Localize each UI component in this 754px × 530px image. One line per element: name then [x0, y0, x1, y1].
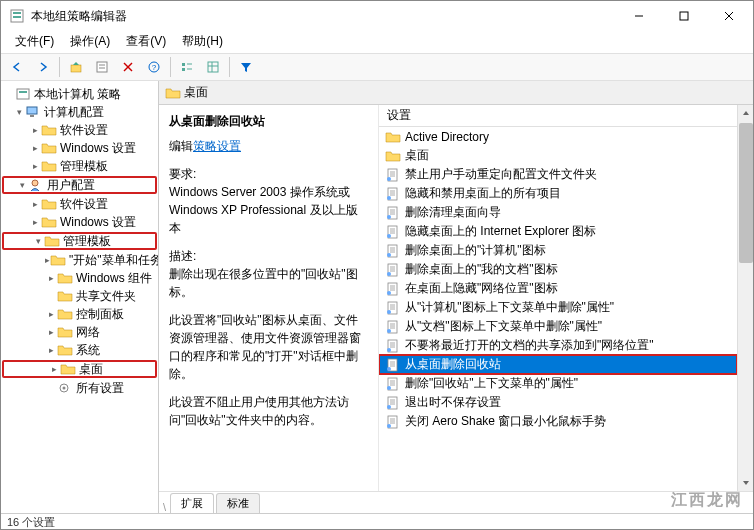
menu-help[interactable]: 帮助(H) — [174, 31, 231, 53]
tree-network[interactable]: ▸网络 — [1, 323, 158, 341]
folder-icon — [41, 215, 57, 229]
properties-button[interactable] — [90, 56, 114, 78]
expand-icon[interactable]: ▸ — [48, 364, 60, 374]
policy-icon — [15, 87, 31, 101]
status-count: 16 个设置 — [7, 516, 55, 528]
detail-title: 桌面 — [184, 84, 208, 101]
tree-shared-folders[interactable]: 共享文件夹 — [1, 287, 158, 305]
settings-column-header[interactable]: 设置 — [379, 105, 737, 127]
setting-label: 禁止用户手动重定向配置文件文件夹 — [405, 166, 597, 183]
expand-icon[interactable]: ▸ — [29, 217, 41, 227]
vertical-scrollbar[interactable] — [737, 105, 753, 491]
setting-row[interactable]: 隐藏桌面上的 Internet Explorer 图标 — [379, 222, 737, 241]
maximize-button[interactable] — [661, 2, 706, 30]
folder-icon — [165, 86, 181, 100]
setting-label: 删除桌面上的"我的文档"图标 — [405, 261, 558, 278]
setting-row[interactable]: 删除桌面上的"我的文档"图标 — [379, 260, 737, 279]
setting-label: 关闭 Aero Shake 窗口最小化鼠标手势 — [405, 413, 606, 430]
expand-icon[interactable]: ▸ — [45, 345, 57, 355]
separator — [229, 57, 230, 77]
expand-icon[interactable]: ▸ — [45, 309, 57, 319]
collapse-icon[interactable]: ▾ — [16, 180, 28, 190]
tree-uc-windows[interactable]: ▸Windows 设置 — [1, 213, 158, 231]
expand-icon[interactable]: ▸ — [29, 143, 41, 153]
menu-action[interactable]: 操作(A) — [62, 31, 118, 53]
filter-button[interactable] — [234, 56, 258, 78]
detail-view-button[interactable] — [201, 56, 225, 78]
setting-row[interactable]: 删除"回收站"上下文菜单的"属性" — [379, 374, 737, 393]
expand-icon[interactable]: ▸ — [29, 161, 41, 171]
tab-standard[interactable]: 标准 — [216, 493, 260, 513]
setting-row[interactable]: Active Directory — [379, 127, 737, 146]
menu-view[interactable]: 查看(V) — [118, 31, 174, 53]
tree-all-settings[interactable]: 所有设置 — [1, 379, 158, 397]
setting-row[interactable]: 删除清理桌面向导 — [379, 203, 737, 222]
policy-item-icon — [385, 377, 401, 391]
setting-row[interactable]: 禁止用户手动重定向配置文件文件夹 — [379, 165, 737, 184]
tree-uc-software[interactable]: ▸软件设置 — [1, 195, 158, 213]
tree-control-panel[interactable]: ▸控制面板 — [1, 305, 158, 323]
tree-start-menu[interactable]: ▸"开始"菜单和任务栏 — [1, 251, 158, 269]
tree-cc-admin[interactable]: ▸管理模板 — [1, 157, 158, 175]
back-button[interactable] — [5, 56, 29, 78]
policy-item-icon — [385, 168, 401, 182]
expand-icon[interactable]: ▸ — [45, 327, 57, 337]
toolbar: ? — [1, 53, 753, 81]
setting-row[interactable]: 退出时不保存设置 — [379, 393, 737, 412]
folder-icon — [57, 343, 73, 357]
separator — [59, 57, 60, 77]
policy-settings-link[interactable]: 策略设置 — [193, 139, 241, 153]
setting-row[interactable]: 不要将最近打开的文档的共享添加到"网络位置" — [379, 336, 737, 355]
tab-extended[interactable]: 扩展 — [170, 493, 214, 513]
tree-label: 软件设置 — [60, 122, 108, 139]
menu-file[interactable]: 文件(F) — [7, 31, 62, 53]
collapse-icon[interactable]: ▾ — [13, 107, 25, 117]
policy-item-icon — [385, 415, 401, 429]
forward-button[interactable] — [31, 56, 55, 78]
setting-row[interactable]: 从"计算机"图标上下文菜单中删除"属性" — [379, 298, 737, 317]
tree-desktop[interactable]: ▸桌面 — [2, 360, 157, 378]
detail-header: 桌面 — [159, 81, 753, 105]
tree-label: 共享文件夹 — [76, 288, 136, 305]
tree-pane[interactable]: 本地计算机 策略 ▾ 计算机配置 ▸软件设置 ▸Windows 设置 ▸管理模板… — [1, 81, 159, 513]
close-button[interactable] — [706, 2, 751, 30]
setting-row[interactable]: 隐藏和禁用桌面上的所有项目 — [379, 184, 737, 203]
setting-row[interactable]: 从桌面删除回收站 — [379, 355, 737, 374]
policy-item-icon — [385, 282, 401, 296]
svg-rect-25 — [30, 115, 34, 117]
svg-point-63 — [387, 291, 391, 295]
svg-rect-16 — [182, 68, 185, 71]
help-toolbar-button[interactable]: ? — [142, 56, 166, 78]
setting-row[interactable]: 从"文档"图标上下文菜单中删除"属性" — [379, 317, 737, 336]
expand-icon[interactable]: ▸ — [29, 199, 41, 209]
tree-label: Windows 组件 — [76, 270, 152, 287]
minimize-button[interactable] — [616, 2, 661, 30]
tree-computer-config[interactable]: ▾ 计算机配置 — [1, 103, 158, 121]
folder-icon — [41, 141, 57, 155]
scroll-down-button[interactable] — [738, 475, 753, 491]
settings-list[interactable]: Active Directory桌面禁止用户手动重定向配置文件文件夹隐藏和禁用桌… — [379, 127, 737, 491]
tree-root[interactable]: 本地计算机 策略 — [1, 85, 158, 103]
tree-cc-windows[interactable]: ▸Windows 设置 — [1, 139, 158, 157]
policy-item-icon — [385, 263, 401, 277]
delete-button[interactable] — [116, 56, 140, 78]
tree-user-config[interactable]: ▾ 用户配置 — [2, 176, 157, 194]
scrollbar-thumb[interactable] — [739, 123, 753, 263]
tree-cc-software[interactable]: ▸软件设置 — [1, 121, 158, 139]
list-view-button[interactable] — [175, 56, 199, 78]
setting-row[interactable]: 关闭 Aero Shake 窗口最小化鼠标手势 — [379, 412, 737, 431]
setting-row[interactable]: 删除桌面上的"计算机"图标 — [379, 241, 737, 260]
scroll-up-button[interactable] — [738, 105, 753, 121]
setting-row[interactable]: 桌面 — [379, 146, 737, 165]
tree-uc-admin[interactable]: ▾管理模板 — [2, 232, 157, 250]
tree-system[interactable]: ▸系统 — [1, 341, 158, 359]
expand-icon[interactable]: ▸ — [45, 273, 57, 283]
collapse-icon[interactable]: ▾ — [32, 236, 44, 246]
setting-row[interactable]: 在桌面上隐藏"网络位置"图标 — [379, 279, 737, 298]
tree-windows-comp[interactable]: ▸Windows 组件 — [1, 269, 158, 287]
up-button[interactable] — [64, 56, 88, 78]
setting-label: 隐藏桌面上的 Internet Explorer 图标 — [405, 223, 596, 240]
expand-icon[interactable]: ▸ — [29, 125, 41, 135]
setting-label: 隐藏和禁用桌面上的所有项目 — [405, 185, 561, 202]
svg-rect-24 — [27, 107, 37, 114]
